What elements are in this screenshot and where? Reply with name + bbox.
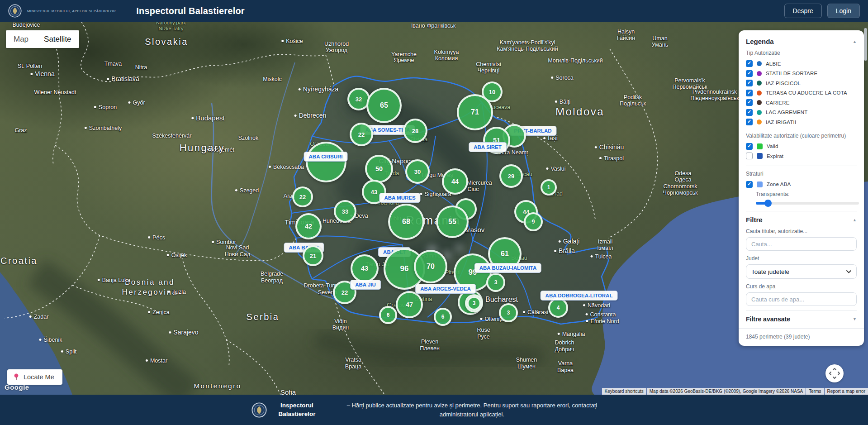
map-cluster[interactable]: 47 xyxy=(396,291,423,318)
legend-item: Zone ABA xyxy=(746,180,857,190)
map-cluster[interactable]: 3 xyxy=(465,294,483,312)
map-cluster[interactable]: 6 xyxy=(434,308,452,326)
map-city-label: Kam'yanets-Podil's'kyi xyxy=(499,39,555,46)
map-city-label: Budapest xyxy=(191,114,224,122)
map-city-label: Pervomais'k xyxy=(674,77,705,84)
legend-item: Expirat xyxy=(746,151,857,161)
legend-checkbox[interactable] xyxy=(746,153,753,159)
map-city-label: Vaslui xyxy=(546,166,565,172)
map-city-label: Кам'янець-Подільський xyxy=(497,46,558,52)
map-city-label: St. Pölten xyxy=(18,63,42,69)
map-cluster[interactable]: 3 xyxy=(499,303,518,322)
map-cluster[interactable]: 1 xyxy=(541,179,557,196)
slider-thumb[interactable] xyxy=(764,200,772,207)
map-cluster[interactable]: 44 xyxy=(442,168,468,195)
advanced-filters-toggle[interactable]: Filtre avansate ▼ xyxy=(746,315,857,323)
map-city-label: Sighișoara xyxy=(420,191,451,197)
legend-item-label: ALBIE xyxy=(766,61,781,67)
legend-checkbox[interactable] xyxy=(746,90,753,96)
map-cluster[interactable]: 30 xyxy=(405,159,430,184)
map-cluster[interactable]: 42 xyxy=(295,213,322,239)
map-city-label: Bucharest xyxy=(485,296,518,304)
legend-checkbox[interactable] xyxy=(746,109,753,116)
map-cluster[interactable]: 70 xyxy=(414,250,447,283)
legend-checkbox[interactable] xyxy=(746,99,753,106)
map-view-button[interactable]: Map xyxy=(6,30,36,48)
map-city-label: Eforie Nord xyxy=(586,318,619,325)
login-button[interactable]: Login xyxy=(827,4,860,18)
map-cluster[interactable]: 43 xyxy=(351,254,379,282)
map-city-label: Yaremche xyxy=(391,51,417,57)
legend-checkbox[interactable] xyxy=(746,181,753,188)
transparency-label: Transparenta: xyxy=(756,191,789,197)
map-cluster[interactable]: 6 xyxy=(379,306,397,324)
map-city-label: Moldova xyxy=(555,105,604,118)
map-city-label: Русе xyxy=(477,334,490,340)
map-city-label: Zenica xyxy=(148,309,170,315)
map-city-label: Belgrade xyxy=(261,271,283,277)
map-cluster[interactable]: 9 xyxy=(524,212,543,231)
color-swatch xyxy=(757,61,762,66)
legend-checkbox[interactable] xyxy=(746,60,753,67)
footer-emblem-icon xyxy=(251,402,267,418)
pan-control-button[interactable] xyxy=(825,364,844,382)
legend-item-label: IAZ IRIGATII xyxy=(766,119,796,125)
map-city-label: Ізмаїл xyxy=(597,245,613,251)
search-titular-input[interactable] xyxy=(746,237,857,251)
map-cluster[interactable] xyxy=(306,142,346,182)
legend-checkbox[interactable] xyxy=(746,80,753,86)
color-swatch xyxy=(757,181,763,187)
map-attribution-bar: Keyboard shortcutsMap data ©2026 GeoBasi… xyxy=(602,388,868,395)
terms-link[interactable]: Terms xyxy=(806,388,824,395)
transparency-slider[interactable] xyxy=(756,200,859,206)
map-city-label: Novi Sad xyxy=(226,244,249,251)
map-city-label: Serbia xyxy=(247,312,280,322)
map-city-label: Mostar xyxy=(146,358,167,364)
map-city-label: Slovakia xyxy=(145,37,188,47)
map-cluster[interactable]: 21 xyxy=(303,245,323,266)
map-city-label: Banja Luka xyxy=(98,277,131,283)
satellite-view-button[interactable]: Satellite xyxy=(36,30,79,48)
map-city-label: Нови Сад xyxy=(225,251,251,258)
scrollbar[interactable] xyxy=(864,28,867,61)
legend-checkbox[interactable] xyxy=(746,143,753,150)
map-cluster[interactable]: 22 xyxy=(350,123,373,146)
aba-zone-label: ABA CRISURI xyxy=(304,152,348,162)
judet-select[interactable]: Toate judetele xyxy=(746,264,857,279)
legend-item: IAZ IRIGATII xyxy=(746,117,857,127)
map-city-label: Constanța xyxy=(586,311,616,318)
locate-me-button[interactable]: Locate Me xyxy=(7,369,62,385)
map-canvas[interactable]: Map Satellite Locate Me Google Keyboard … xyxy=(0,22,868,395)
color-swatch xyxy=(757,119,762,124)
map-cluster[interactable]: 3 xyxy=(486,273,505,292)
keyboard-shortcuts-link[interactable]: Keyboard shortcuts xyxy=(602,388,646,395)
map-cluster[interactable]: 29 xyxy=(499,164,523,188)
map-cluster[interactable]: 50 xyxy=(365,155,393,183)
map-city-label: Ruse xyxy=(477,327,490,333)
map-cluster[interactable]: 68 xyxy=(388,204,424,240)
curs-apa-input[interactable] xyxy=(746,292,857,306)
map-cluster[interactable]: 22 xyxy=(292,186,313,207)
legend-checkbox[interactable] xyxy=(746,70,753,77)
top-navbar: Ministerul Mediului, Apelor și Pădurilor… xyxy=(0,0,868,22)
map-city-label: Ужгород xyxy=(326,47,347,53)
map-cluster[interactable]: 55 xyxy=(436,205,469,238)
map-cluster[interactable]: 65 xyxy=(366,88,402,123)
collapse-legend-icon[interactable]: ▲ xyxy=(853,39,857,44)
map-city-label: Dobrich xyxy=(555,339,574,346)
map-city-label: Hungary xyxy=(180,142,225,154)
map-city-label: Івано-Франківськ xyxy=(411,23,455,29)
report-map-error-link[interactable]: Report a map error xyxy=(825,388,868,395)
collapse-filters-icon[interactable]: ▲ xyxy=(853,218,857,222)
map-cluster[interactable]: 28 xyxy=(403,119,427,143)
tisza-river xyxy=(233,62,295,257)
map-city-label: Soroca xyxy=(551,75,574,81)
legend-checkbox[interactable] xyxy=(746,119,753,125)
map-cluster[interactable]: 71 xyxy=(457,94,493,130)
map-city-label: Плевен xyxy=(420,345,440,352)
map-cluster[interactable]: 4 xyxy=(548,298,568,318)
map-cluster[interactable]: 33 xyxy=(334,200,356,223)
color-swatch xyxy=(757,110,762,115)
despre-button[interactable]: Despre xyxy=(784,4,822,18)
map-city-label: Београд xyxy=(261,277,283,284)
